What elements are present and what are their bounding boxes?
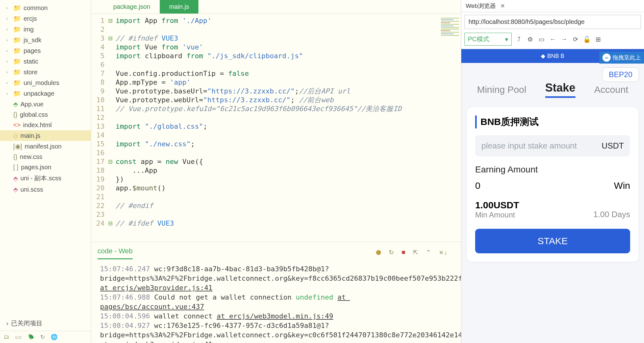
- stake-card: BNB质押测试 please input stake amount USDT E…: [467, 107, 638, 261]
- export-icon[interactable]: ⇱: [413, 249, 418, 256]
- tree-folder-unpackage[interactable]: ›📁unpackage: [0, 88, 91, 99]
- earning-unit: Win: [614, 180, 630, 191]
- file-tree: ›📁common ›📁ercjs ›📁img ›📁js_sdk ›📁pages …: [0, 0, 91, 316]
- earning-label: Earning Amount: [475, 165, 630, 175]
- closed-projects[interactable]: ›已关闭项目: [0, 316, 91, 331]
- console-tab[interactable]: code - Web: [97, 245, 133, 259]
- console-output[interactable]: 15:07:46.247 wc:9f3d8c18-aa7b-4bac-81d3-…: [91, 259, 461, 343]
- tree-folder-js-sdk[interactable]: ›📁js_sdk: [0, 35, 91, 45]
- tab-package-json[interactable]: package.json: [104, 0, 160, 14]
- tab-stake[interactable]: Stake: [545, 81, 575, 98]
- settings-icon[interactable]: ⚙: [526, 36, 534, 43]
- fold-gutter: ⊟ ⊟ ⊟ ⊟: [107, 14, 114, 242]
- tree-folder-uni-modules[interactable]: ›📁uni_modules: [0, 77, 91, 88]
- directory-icon[interactable]: 🗂: [4, 334, 9, 340]
- tree-file-uni-scss[interactable]: ⬘uni.scss: [0, 184, 91, 195]
- reload-icon[interactable]: ⟳: [571, 36, 580, 43]
- tree-folder-img[interactable]: ›📁img: [0, 24, 91, 35]
- debug-icon[interactable]: 🪲: [28, 334, 35, 340]
- restart-icon[interactable]: ↻: [389, 249, 394, 256]
- open-external-icon[interactable]: ⤴: [515, 36, 523, 43]
- stake-amount-input[interactable]: please input stake amount USDT: [475, 135, 630, 156]
- chevron-down-icon: ▾: [505, 36, 508, 43]
- collapse-up-icon[interactable]: ⌃: [426, 249, 431, 256]
- stake-button[interactable]: STAKE: [475, 229, 630, 253]
- tree-folder-pages[interactable]: ›📁pages: [0, 45, 91, 56]
- min-amount-label: Min Amount: [475, 211, 519, 219]
- tree-file-manifest-json[interactable]: [◉]manifest.json: [0, 141, 91, 152]
- grid-icon[interactable]: ⊞: [594, 36, 602, 43]
- globe-icon[interactable]: 🌐: [51, 334, 58, 340]
- close-panel-icon[interactable]: ⨯↓: [439, 249, 447, 256]
- tab-mining-pool[interactable]: Mining Pool: [477, 84, 526, 95]
- min-amount-value: 1.00USDT: [475, 200, 519, 211]
- back-icon[interactable]: ←: [549, 36, 557, 43]
- mode-select[interactable]: PC模式▾: [464, 33, 512, 46]
- stop-icon[interactable]: ■: [402, 249, 405, 256]
- forward-icon[interactable]: →: [560, 36, 568, 43]
- card-title: BNB质押测试: [475, 115, 630, 128]
- minimap[interactable]: [439, 14, 461, 242]
- tree-file-new-css[interactable]: {}new.css: [0, 152, 91, 162]
- devtools-icon[interactable]: ▭: [537, 36, 546, 43]
- tree-file-app-vue[interactable]: ⬘App.vue: [0, 99, 91, 110]
- tab-account[interactable]: Account: [594, 84, 628, 95]
- sync-icon[interactable]: ↻: [40, 334, 45, 340]
- file-explorer: ›📁common ›📁ercjs ›📁img ›📁js_sdk ›📁pages …: [0, 0, 91, 343]
- tree-folder-static[interactable]: ›📁static: [0, 56, 91, 67]
- tree-folder-common[interactable]: ›📁common: [0, 3, 91, 13]
- drag-badge[interactable]: ∞拖拽至此上: [599, 52, 644, 64]
- tree-folder-store[interactable]: ›📁store: [0, 67, 91, 77]
- tab-main-js[interactable]: main.js: [160, 0, 198, 14]
- line-gutter: 123456789101112131415161718192021222324: [91, 14, 107, 242]
- cloud-icon: ∞: [602, 53, 611, 62]
- search-icon[interactable]: ⌕⌕: [15, 334, 22, 340]
- console-panel: code - Web ⬣ ↻ ■ ⇱ ⌃ ⨯↓ 15:07:46.247 wc:…: [91, 242, 461, 343]
- tree-file-pages-json[interactable]: [ ]pages.json: [0, 162, 91, 172]
- tree-file-index-html[interactable]: <>index.html: [0, 120, 91, 130]
- code-editor[interactable]: 123456789101112131415161718192021222324 …: [91, 14, 461, 242]
- tree-file-main-js[interactable]: ◇main.js: [0, 130, 91, 141]
- editor-tabs: package.json main.js: [91, 0, 461, 14]
- web-browser-panel: Web浏览器 ✕ http://localhost:8080/h5/pages/…: [461, 0, 644, 343]
- browser-tab[interactable]: Web浏览器 ✕: [461, 0, 644, 12]
- preview-viewport: ◆BNB B ∞拖拽至此上 BEP20 Mining Pool Stake Ac…: [461, 49, 644, 343]
- days-value: 1.00 Days: [593, 210, 630, 219]
- close-icon[interactable]: ✕: [500, 3, 505, 9]
- url-bar[interactable]: http://localhost:8080/h5/pages/bsc/pledg…: [464, 15, 641, 29]
- bug-icon[interactable]: ⬣: [376, 249, 381, 256]
- tree-file-global-css[interactable]: {}global.css: [0, 110, 91, 120]
- earning-value: 0: [475, 180, 480, 191]
- tree-file-uni-copy-scss[interactable]: ⬘uni - 副本.scss: [0, 172, 91, 184]
- code-content[interactable]: import App from './App' // #ifndef VUE3 …: [114, 14, 439, 242]
- bep20-badge: BEP20: [602, 67, 639, 82]
- sidebar-toolbar: 🗂 ⌕⌕ 🪲 ↻ 🌐: [0, 331, 91, 343]
- lock-icon[interactable]: 🔓: [583, 36, 591, 43]
- tree-folder-ercjs[interactable]: ›📁ercjs: [0, 13, 91, 24]
